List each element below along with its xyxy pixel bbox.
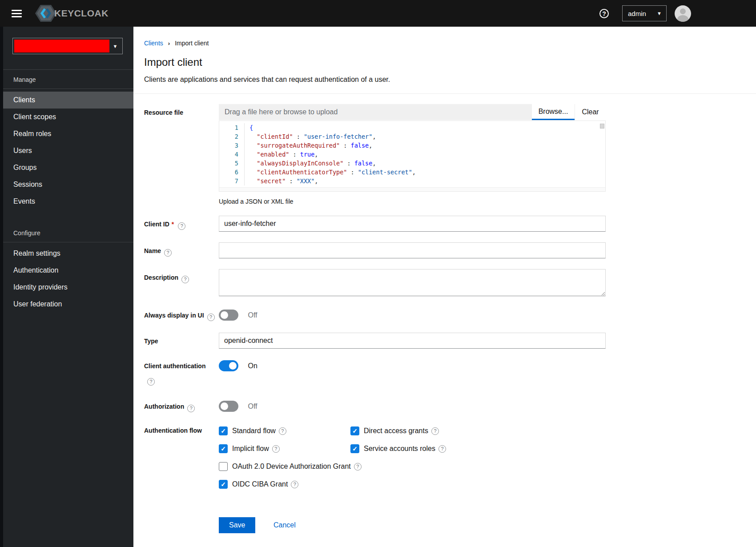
breadcrumb-link-clients[interactable]: Clients — [144, 40, 163, 47]
help-icon[interactable] — [164, 249, 172, 257]
section-divider — [133, 93, 756, 94]
help-icon[interactable] — [147, 378, 155, 386]
checkbox-checked-icon[interactable] — [350, 426, 359, 435]
editor-scrollbar-thumb[interactable] — [600, 124, 604, 129]
realm-selector[interactable]: ▼ — [12, 38, 123, 54]
line-number: 4 — [219, 150, 244, 159]
checkbox-implicit-flow[interactable]: Implicit flow — [219, 442, 350, 455]
always-display-label: Always display in UI — [144, 310, 219, 321]
chevron-down-icon: ▼ — [657, 11, 662, 16]
code-line: 7 "secret" : "XXX", — [219, 177, 605, 185]
checkbox-unchecked-icon[interactable] — [219, 462, 228, 471]
sidebar-item-groups[interactable]: Groups — [0, 159, 133, 176]
help-icon[interactable] — [181, 276, 189, 283]
client-auth-label: Client authentication — [144, 360, 219, 386]
editor-horizontal-scrollbar[interactable] — [219, 187, 605, 191]
code-line: 2 "clientId" : "user-info-fetcher", — [219, 132, 605, 141]
authorization-toggle[interactable] — [219, 401, 238, 412]
client-id-row: Client ID* — [144, 216, 756, 232]
checkbox-label: OIDC CIBA Grant — [232, 480, 288, 488]
resource-file-label: Resource file — [144, 104, 219, 117]
page-title: Import client — [144, 56, 756, 68]
sidebar-item-realm-roles[interactable]: Realm roles — [0, 125, 133, 142]
code-editor[interactable]: 1{2 "clientId" : "user-info-fetcher",3 "… — [219, 121, 606, 192]
line-number: 2 — [219, 132, 244, 141]
sidebar-section-title: Manage — [0, 70, 133, 89]
checkbox-service-accounts-roles[interactable]: Service accounts roles — [350, 442, 606, 455]
type-input[interactable] — [219, 333, 606, 349]
client-id-input[interactable] — [219, 216, 606, 232]
sidebar-sections: ManageClientsClient scopesRealm rolesUse… — [0, 69, 133, 313]
browse-button[interactable]: Browse... — [532, 104, 575, 120]
name-label: Name — [144, 242, 219, 257]
sidebar-item-clients[interactable]: Clients — [0, 92, 133, 109]
checkbox-oidc-ciba-grant[interactable]: OIDC CIBA Grant — [219, 478, 606, 491]
checkbox-label: Direct access grants — [364, 427, 428, 435]
checkbox-checked-icon[interactable] — [350, 444, 359, 453]
file-drop-zone[interactable]: Drag a file here or browse to upload — [219, 104, 532, 120]
help-icon[interactable] — [207, 314, 215, 321]
name-input[interactable] — [219, 242, 606, 258]
sidebar: ▼ ManageClientsClient scopesRealm rolesU… — [0, 27, 133, 547]
code-line: 1{ — [219, 123, 605, 132]
description-textarea[interactable] — [219, 269, 606, 296]
help-icon[interactable] — [438, 445, 446, 453]
line-number: 6 — [219, 168, 244, 177]
help-icon[interactable] — [291, 481, 298, 488]
auth-flow-label: Authentication flow — [144, 425, 219, 434]
client-id-label: Client ID* — [144, 216, 219, 230]
upload-helper-text: Upload a JSON or XML file — [219, 198, 606, 205]
help-icon[interactable] — [279, 427, 286, 435]
help-icon[interactable] — [178, 222, 185, 230]
client-auth-row: Client authentication On — [144, 360, 756, 386]
sidebar-item-authentication[interactable]: Authentication — [0, 262, 133, 279]
checkbox-checked-icon[interactable] — [219, 444, 228, 453]
hamburger-menu-icon[interactable] — [12, 8, 22, 19]
auth-flow-grid: Standard flowDirect access grantsImplici… — [219, 425, 606, 455]
help-icon[interactable] — [431, 427, 439, 435]
help-icon[interactable] — [272, 445, 280, 453]
sidebar-item-identity-providers[interactable]: Identity providers — [0, 279, 133, 296]
chevron-down-icon: ▼ — [109, 44, 121, 49]
sidebar-item-sessions[interactable]: Sessions — [0, 176, 133, 193]
checkbox-label: Service accounts roles — [364, 445, 435, 453]
sidebar-item-realm-settings[interactable]: Realm settings — [0, 245, 133, 262]
file-upload-bar: Drag a file here or browse to upload Bro… — [219, 104, 606, 120]
authorization-state: Off — [248, 402, 257, 410]
client-auth-toggle[interactable] — [219, 360, 238, 371]
line-number: 5 — [219, 159, 244, 168]
checkbox-checked-icon[interactable] — [219, 426, 228, 435]
checkbox-oauth-2-0-device-authorization-grant[interactable]: OAuth 2.0 Device Authorization Grant — [219, 460, 606, 473]
masthead: KEYCLOAK ? admin ▼ — [0, 0, 756, 27]
type-label: Type — [144, 333, 219, 345]
help-icon[interactable] — [354, 463, 362, 471]
clear-button[interactable]: Clear — [575, 104, 606, 120]
type-row: Type — [144, 333, 756, 349]
username: admin — [628, 10, 657, 17]
help-icon[interactable]: ? — [599, 9, 609, 18]
sidebar-section-manage: ManageClientsClient scopesRealm rolesUse… — [0, 69, 133, 210]
always-display-state: Off — [248, 311, 257, 319]
always-display-toggle[interactable] — [219, 310, 238, 321]
line-number: 1 — [219, 123, 244, 132]
line-number: 3 — [219, 141, 244, 150]
sidebar-item-events[interactable]: Events — [0, 193, 133, 210]
checkbox-direct-access-grants[interactable]: Direct access grants — [350, 425, 606, 437]
sidebar-item-client-scopes[interactable]: Client scopes — [0, 109, 133, 125]
checkbox-checked-icon[interactable] — [219, 480, 228, 489]
authorization-label: Authorization — [144, 401, 219, 412]
client-auth-state: On — [248, 362, 257, 370]
cancel-button[interactable]: Cancel — [271, 521, 298, 530]
checkbox-standard-flow[interactable]: Standard flow — [219, 425, 350, 437]
description-row: Description — [144, 269, 756, 298]
user-menu-dropdown[interactable]: admin ▼ — [622, 5, 667, 21]
help-icon[interactable] — [187, 405, 195, 412]
authorization-row: Authorization Off — [144, 401, 756, 412]
save-button[interactable]: Save — [219, 517, 255, 533]
keycloak-logo: KEYCLOAK — [34, 4, 109, 23]
sidebar-item-user-federation[interactable]: User federation — [0, 296, 133, 313]
sidebar-section-title: Configure — [0, 223, 133, 242]
page-subtitle: Clients are applications and services th… — [144, 76, 756, 84]
avatar[interactable] — [675, 5, 691, 22]
sidebar-item-users[interactable]: Users — [0, 142, 133, 159]
